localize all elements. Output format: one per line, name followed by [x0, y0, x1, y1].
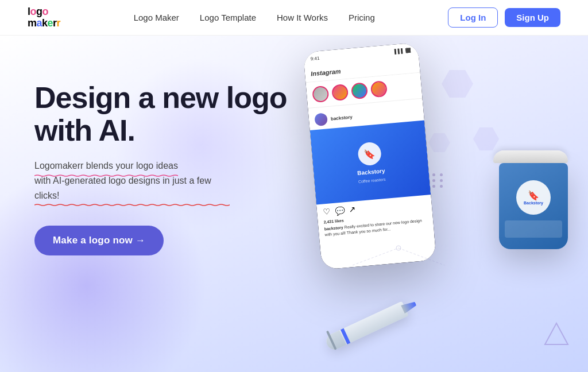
post-username: backstory: [331, 114, 353, 121]
marker-body: [324, 301, 409, 352]
post-brand-tagline: Coffee roasters: [358, 177, 386, 184]
cup-brand-name: Backstory: [524, 201, 543, 205]
post-avatar: [314, 113, 328, 126]
logo-e: e: [48, 17, 53, 29]
nav-link-logo-template[interactable]: Logo Template: [200, 13, 256, 22]
logo-a: a: [37, 17, 42, 29]
hero-title-line2: with AI.: [34, 114, 135, 147]
hero-subtitle: Logomakerr blends your logo ideas with A…: [34, 158, 230, 203]
post-image: 🔖 Backstory Coffee roasters: [310, 120, 431, 204]
hero-subtitle-part2: with AI-generated logo designs in just a…: [34, 173, 230, 203]
like-icon: ♡: [322, 207, 330, 216]
nav-link-how-it-works[interactable]: How It Works: [277, 13, 328, 22]
post-brand-logo: 🔖: [357, 141, 382, 166]
phone-icons: ▌▌▌ ⬛: [394, 48, 412, 55]
story-2: [331, 84, 349, 101]
instagram-post: backstory 🔖 Backstory Coffee roasters ♡ …: [308, 101, 434, 242]
logo-o: o: [30, 6, 37, 17]
story-1: [312, 86, 329, 103]
post-brand-name: Backstory: [357, 168, 385, 176]
marker-pen: [324, 294, 427, 358]
logo-line1: logo: [28, 6, 60, 18]
comment-icon: 💬: [334, 206, 345, 215]
cup-lid: [493, 150, 568, 163]
svg-line-2: [399, 248, 444, 265]
signup-button[interactable]: Sign Up: [505, 8, 560, 27]
nav-actions: Log In Sign Up: [448, 7, 560, 28]
story-3: [351, 82, 368, 99]
triangle-svg: [542, 320, 571, 349]
cup-body: 🔖 Backstory: [499, 163, 568, 249]
navbar: logo makerr Logo Maker Logo Template How…: [0, 0, 588, 36]
logo-r2: r: [57, 17, 61, 29]
hero-section: Design a new logo with AI. Logomakerr bl…: [0, 36, 588, 372]
hero-subtitle-part1: Logomakerr blends your logo ideas: [34, 158, 178, 173]
phone-mockup: 9:41 ▌▌▌ ⬛ Instagram backstory: [303, 42, 436, 270]
nav-link-logo-maker[interactable]: Logo Maker: [134, 13, 179, 22]
svg-marker-0: [545, 323, 568, 344]
logo-o2: o: [42, 6, 49, 17]
hero-title-line1: Design a new logo: [34, 81, 287, 114]
share-icon: ↗: [349, 204, 356, 214]
logo[interactable]: logo makerr: [28, 6, 60, 29]
hero-right: 9:41 ▌▌▌ ⬛ Instagram backstory: [266, 36, 588, 372]
phone-time: 9:41: [310, 56, 319, 61]
nav-links: Logo Maker Logo Template How It Works Pr…: [134, 13, 375, 22]
sketch-lines: [353, 237, 467, 294]
svg-line-1: [353, 248, 399, 265]
cup-logo: 🔖 Backstory: [516, 180, 551, 215]
phone-inner: 9:41 ▌▌▌ ⬛ Instagram backstory: [303, 42, 436, 270]
logo-line2: makerr: [28, 18, 60, 29]
coffee-cup: 🔖 Backstory: [490, 150, 577, 265]
story-4: [370, 80, 388, 98]
login-button[interactable]: Log In: [448, 7, 498, 28]
cup-sleeve: [505, 220, 562, 238]
marker-tip: [401, 300, 417, 314]
cta-button[interactable]: Make a logo now →: [34, 226, 164, 255]
instagram-logo: Instagram: [311, 68, 341, 78]
nav-link-pricing[interactable]: Pricing: [349, 13, 375, 22]
triangle-decoration: [542, 320, 571, 349]
cup-logo-icon: 🔖: [528, 190, 539, 201]
